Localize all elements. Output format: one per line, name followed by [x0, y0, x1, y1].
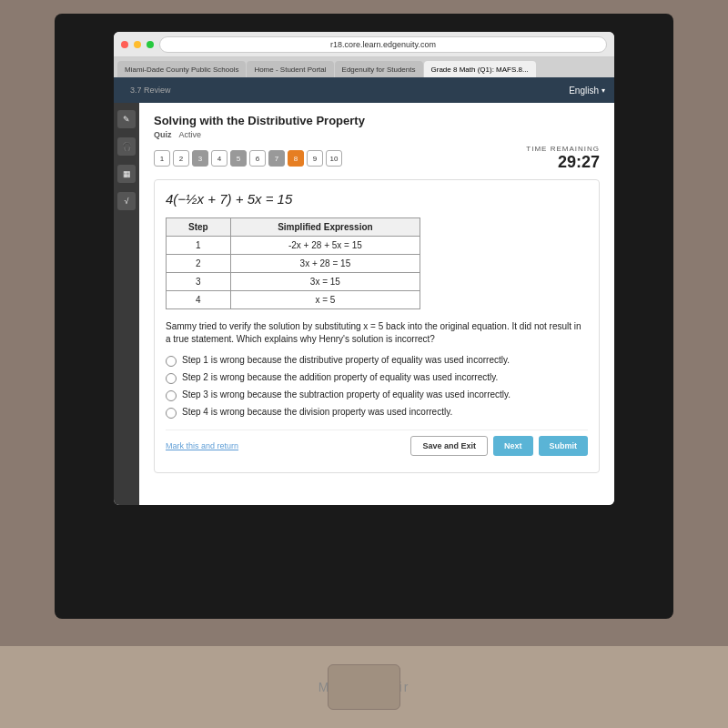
question-card: 4(−½x + 7) + 5x = 15 Step Simplified Exp… [154, 179, 600, 473]
math-equation: 4(−½x + 7) + 5x = 15 [166, 191, 292, 207]
option-4-text: Step 4 is wrong because the division pro… [182, 407, 452, 417]
next-button[interactable]: Next [493, 436, 533, 456]
option-4[interactable]: Step 4 is wrong because the division pro… [166, 407, 588, 419]
step-2: 2 [167, 255, 231, 273]
expr-4: x = 5 [230, 291, 420, 309]
question-num-2[interactable]: 2 [173, 150, 189, 167]
close-button[interactable] [121, 41, 128, 48]
question-num-4[interactable]: 4 [211, 150, 228, 167]
expr-3: 3x = 15 [230, 273, 420, 291]
table-row: 3 3x = 15 [167, 273, 420, 291]
browser-window: r18.core.learn.edgenuity.com Miami-Dade … [114, 32, 614, 505]
main-content: Solving with the Distributive Property Q… [139, 103, 614, 505]
minimize-button[interactable] [134, 41, 141, 48]
expr-1: -2x + 28 + 5x = 15 [230, 237, 420, 255]
table-row: 4 x = 5 [167, 291, 420, 309]
option-2[interactable]: Step 2 is wrong because the addition pro… [166, 372, 588, 384]
side-navigation: ✎ 🎧 ▦ √ [114, 103, 139, 505]
tab-student-portal[interactable]: Home - Student Portal [247, 61, 333, 77]
action-buttons: Save and Exit Next Submit [410, 436, 588, 456]
timer-area: TIME REMAINING 29:27 [526, 145, 600, 172]
address-bar[interactable]: r18.core.learn.edgenuity.com [159, 36, 607, 53]
browser-tabs: Miami-Dade County Public Schools Home - … [114, 57, 614, 77]
step-1: 1 [167, 237, 231, 255]
laptop-bottom: MacBook Air [0, 646, 728, 728]
option-1-text: Step 1 is wrong because the distributive… [182, 355, 510, 365]
table-row: 1 -2x + 28 + 5x = 15 [167, 237, 420, 255]
radio-1[interactable] [166, 356, 177, 367]
tab-edgenuity[interactable]: Edgenuity for Students [335, 61, 423, 77]
calculator-icon[interactable]: ▦ [117, 165, 136, 183]
answer-options: Step 1 is wrong because the distributive… [166, 355, 588, 419]
question-num-10[interactable]: 10 [326, 150, 342, 167]
app-header: 3.7 Review English ▾ [114, 77, 614, 103]
question-text: Sammy tried to verify the solution by su… [166, 320, 588, 346]
question-num-9[interactable]: 9 [307, 150, 323, 167]
maximize-button[interactable] [147, 41, 154, 48]
step-4: 4 [167, 291, 231, 309]
option-2-text: Step 2 is wrong because the addition pro… [182, 372, 498, 382]
headphones-icon[interactable]: 🎧 [117, 137, 136, 156]
radio-3[interactable] [166, 390, 177, 401]
mark-return-link[interactable]: Mark this and return [166, 441, 238, 450]
steps-table: Step Simplified Expression 1 -2x + 28 + … [166, 217, 420, 309]
section-label: 3.7 Review [130, 86, 171, 95]
edit-icon[interactable]: ✎ [117, 110, 136, 128]
quiz-label: Quiz [154, 130, 172, 139]
chevron-down-icon: ▾ [602, 86, 605, 95]
language-label: English [569, 86, 599, 96]
quiz-status: Active [179, 130, 202, 139]
submit-button[interactable]: Submit [539, 436, 589, 456]
step-3: 3 [167, 273, 231, 291]
option-3[interactable]: Step 3 is wrong because the subtraction … [166, 389, 588, 401]
col-step-header: Step [167, 218, 231, 237]
content-area: ✎ 🎧 ▦ √ Solving with the Distributive Pr… [114, 103, 614, 505]
col-expr-header: Simplified Expression [230, 218, 420, 237]
screen-bezel: r18.core.learn.edgenuity.com Miami-Dade … [55, 14, 673, 619]
tab-grade8[interactable]: Grade 8 Math (Q1): MAFS.8... [424, 61, 536, 77]
question-num-3[interactable]: 3 [192, 150, 208, 167]
bottom-action-bar: Mark this and return Save and Exit Next … [166, 430, 588, 461]
question-navigation: 1 2 3 4 5 6 7 8 9 10 [154, 150, 342, 167]
trackpad[interactable] [328, 664, 400, 710]
question-num-8[interactable]: 8 [288, 150, 304, 167]
tab-miami[interactable]: Miami-Dade County Public Schools [117, 61, 246, 77]
language-selector[interactable]: English ▾ [569, 86, 605, 96]
radio-4[interactable] [166, 408, 177, 419]
table-row: 2 3x + 28 = 15 [167, 255, 420, 273]
timer-label: TIME REMAINING [526, 145, 600, 153]
timer-value: 29:27 [526, 153, 600, 172]
expr-2: 3x + 28 = 15 [230, 255, 420, 273]
laptop-body: r18.core.learn.edgenuity.com Miami-Dade … [0, 0, 728, 728]
quiz-meta: Quiz Active [154, 130, 600, 139]
question-num-7[interactable]: 7 [268, 150, 285, 167]
url-text: r18.core.learn.edgenuity.com [330, 40, 436, 49]
formula-icon[interactable]: √ [117, 192, 136, 210]
question-num-5[interactable]: 5 [230, 150, 247, 167]
equation-display: 4(−½x + 7) + 5x = 15 [166, 191, 588, 207]
option-1[interactable]: Step 1 is wrong because the distributive… [166, 355, 588, 367]
save-exit-button[interactable]: Save and Exit [410, 436, 488, 456]
question-num-1[interactable]: 1 [154, 150, 170, 167]
option-3-text: Step 3 is wrong because the subtraction … [182, 389, 511, 399]
question-num-6[interactable]: 6 [249, 150, 266, 167]
browser-chrome: r18.core.learn.edgenuity.com [114, 32, 614, 57]
nav-timer-row: 1 2 3 4 5 6 7 8 9 10 TIME REMAININ [154, 145, 600, 172]
quiz-title: Solving with the Distributive Property [154, 114, 600, 127]
radio-2[interactable] [166, 373, 177, 384]
